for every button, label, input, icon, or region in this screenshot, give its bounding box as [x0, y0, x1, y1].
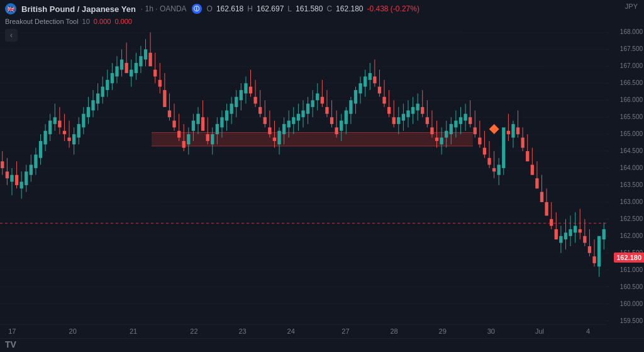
bottom-bar: TV: [0, 338, 644, 352]
tool-name: Breakout Detection Tool: [5, 18, 79, 25]
symbol-title: British Pound / Japanese Yen: [21, 4, 136, 14]
candlestick-chart[interactable]: [0, 29, 606, 324]
price-change: -0.438 (-0.27%): [367, 4, 419, 13]
close-value: 162.180: [336, 4, 363, 13]
timeframe: · 1h · OANDA: [141, 4, 187, 13]
indicator-header: Breakout Detection Tool 10 0.000 0.000: [0, 18, 644, 26]
currency-badge: JPY: [625, 3, 638, 10]
currency-flag-icon: 🇬🇧: [5, 3, 16, 14]
current-price-label: 162.180: [614, 253, 644, 263]
tool-val2: 0.000: [114, 18, 132, 25]
tool-val1: 0.000: [94, 18, 111, 25]
high-value: 162.697: [257, 4, 284, 13]
tradingview-logo: TV: [5, 339, 16, 349]
time-axis-canvas: [0, 325, 606, 339]
time-axis: [0, 324, 606, 338]
price-axis-canvas: [606, 29, 644, 324]
chart-area[interactable]: [0, 29, 606, 324]
ohlc-display: O 162.618 H 162.697 L 161.580 C 162.180 …: [207, 4, 419, 13]
open-label: O: [207, 4, 213, 13]
close-label: C: [326, 4, 332, 13]
header: 🇬🇧 British Pound / Japanese Yen · 1h · O…: [0, 0, 644, 18]
open-value: 162.618: [216, 4, 243, 13]
info-button[interactable]: ⓘ: [192, 4, 202, 14]
high-label: H: [247, 4, 253, 13]
low-label: L: [287, 4, 292, 13]
price-axis: 162.180: [606, 29, 644, 324]
low-value: 161.580: [296, 4, 323, 13]
tool-param: 10: [82, 18, 90, 25]
